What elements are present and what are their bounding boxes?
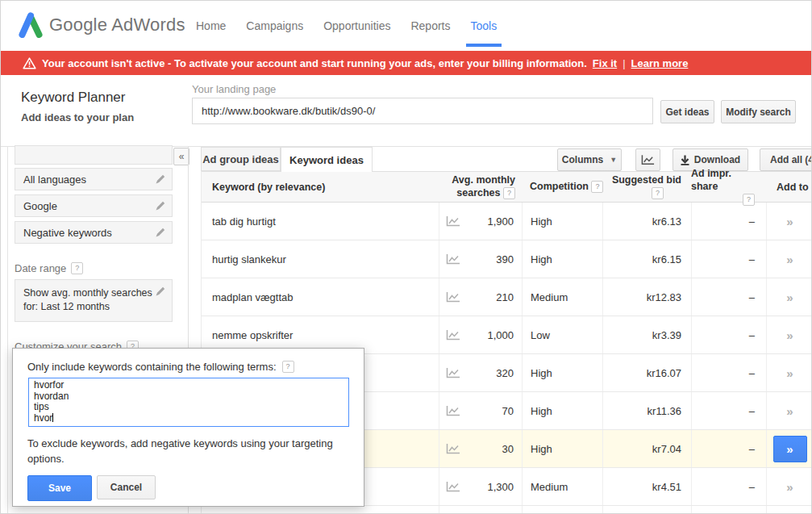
searches-cell: 30 — [439, 430, 522, 467]
competition-cell: High — [522, 240, 602, 278]
column-header-ad-impr-share[interactable]: Ad impr. share ? — [691, 168, 766, 206]
trend-chart-icon[interactable] — [446, 215, 460, 227]
cancel-button[interactable]: Cancel — [97, 475, 156, 499]
edit-pencil-icon — [156, 286, 165, 296]
ad-impr-share-cell: – — [691, 468, 766, 505]
suggested-bid-cell: kr3.39 — [602, 316, 691, 353]
trend-chart-icon[interactable] — [446, 405, 460, 416]
searches-cell: 1,900 — [439, 203, 522, 240]
ad-impr-share-cell: – — [691, 392, 766, 429]
suggested-bid-cell: kr11.36 — [602, 392, 691, 429]
collapse-panel-icon[interactable]: « — [173, 148, 189, 165]
trend-chart-icon[interactable] — [446, 253, 460, 265]
trend-chart-icon — [641, 154, 655, 165]
fix-it-link[interactable]: Fix it — [593, 57, 617, 69]
column-header-keyword[interactable]: Keyword (by relevance) — [202, 182, 439, 193]
keyword-cell: tab dig hurtigt — [202, 203, 439, 240]
trend-chart-icon[interactable] — [446, 291, 460, 303]
add-to-plan-chevrons-icon[interactable]: » — [786, 290, 793, 304]
trend-chart-icon[interactable] — [446, 443, 460, 454]
main-menu: HomeCampaignsOpportunitiesReportsTools — [193, 1, 500, 51]
searches-cell: 320 — [439, 354, 522, 391]
trend-chart-button[interactable] — [635, 148, 660, 171]
page-subtitle: Add ideas to your plan — [21, 111, 134, 123]
table-header-row: Keyword (by relevance) Avg. monthly sear… — [202, 171, 812, 203]
add-to-plan-chevrons-icon[interactable]: » — [786, 404, 793, 418]
table-row-partial — [202, 506, 812, 514]
include-terms-textarea[interactable]: hvorforhvordantipshvor — [28, 378, 349, 427]
add-to-plan-chevrons-icon[interactable]: » — [786, 328, 793, 342]
searches-cell: 1,000 — [439, 316, 522, 353]
save-button[interactable]: Save — [27, 475, 92, 501]
add-to-plan-chevrons-icon[interactable]: » — [786, 480, 793, 494]
ad-impr-share-cell: – — [691, 203, 766, 240]
targeting-box-google[interactable]: Google — [15, 194, 173, 217]
get-ideas-button[interactable]: Get ideas — [660, 100, 714, 123]
warning-triangle-icon — [23, 57, 36, 69]
add-to-plan-chevrons-icon[interactable]: » — [786, 253, 793, 266]
textarea-line: hvor — [34, 413, 344, 424]
help-question-icon[interactable]: ? — [71, 262, 83, 274]
nav-item-opportunities[interactable]: Opportunities — [320, 1, 394, 51]
column-header-add-to-plan: Add to plan — [766, 182, 812, 193]
nav-item-home[interactable]: Home — [193, 1, 229, 51]
date-range-value: Show avg. monthly searches for: Last 12 … — [23, 286, 152, 314]
modify-search-button[interactable]: Modify search — [721, 100, 796, 123]
tab-keyword-ideas[interactable]: Keyword ideas — [281, 147, 373, 172]
add-to-plan-chevrons-icon[interactable]: » — [786, 215, 793, 228]
add-all-button[interactable]: Add all (43 — [760, 148, 812, 171]
ad-impr-share-cell: – — [691, 430, 766, 467]
edit-pencil-icon — [156, 174, 165, 184]
competition-cell: High — [522, 203, 602, 240]
help-question-icon[interactable]: ? — [652, 187, 664, 199]
nav-item-campaigns[interactable]: Campaigns — [243, 1, 306, 51]
date-range-box[interactable]: Show avg. monthly searches for: Last 12 … — [15, 279, 173, 322]
add-to-plan-cell: » — [766, 430, 812, 467]
ad-impr-share-cell: – — [691, 316, 766, 353]
column-header-suggested-bid[interactable]: Suggested bid ? — [602, 174, 691, 200]
nav-item-tools[interactable]: Tools — [468, 1, 501, 51]
suggested-bid-cell: kr6.15 — [602, 240, 691, 278]
keyword-cell: hurtig slankekur — [202, 240, 439, 278]
columns-button[interactable]: Columns ▼ — [557, 148, 622, 171]
column-header-competition[interactable]: Competition ? — [522, 181, 602, 193]
landing-page-label: Your landing page — [192, 83, 276, 95]
trend-chart-icon[interactable] — [446, 367, 460, 378]
help-question-icon[interactable]: ? — [503, 187, 515, 199]
page-title: Keyword Planner — [21, 90, 125, 106]
searches-cell: 1,300 — [439, 468, 522, 505]
include-keywords-dialog: Only include keywords containing the fol… — [12, 348, 364, 507]
column-header-searches[interactable]: Avg. monthly searches ? — [439, 174, 522, 199]
targeting-box-negative-keywords[interactable]: Negative keywords — [15, 221, 173, 244]
add-to-plan-cell: » — [766, 354, 812, 391]
nav-item-reports[interactable]: Reports — [407, 1, 453, 51]
add-to-plan-cell: » — [766, 240, 812, 278]
table-row: madplan vægttab210Mediumkr12.83–» — [202, 278, 812, 316]
competition-cell: Low — [522, 316, 602, 353]
help-question-icon[interactable]: ? — [282, 361, 294, 373]
tab-ad-group-ideas[interactable]: Ad group ideas — [201, 147, 281, 171]
suggested-bid-cell: kr12.83 — [602, 278, 691, 316]
landing-page-input[interactable]: http://www.bookware.dk/butik/ds90-0/ — [192, 98, 653, 124]
competition-cell: High — [522, 354, 602, 391]
textarea-line: hvordan — [34, 391, 344, 403]
targeting-box-all-languages[interactable]: All languages — [15, 168, 173, 190]
adwords-keyword-planner-app: Google AdWords HomeCampaignsOpportunitie… — [0, 0, 812, 514]
suggested-bid-cell: kr7.04 — [602, 430, 691, 467]
text-cursor — [52, 413, 53, 422]
learn-more-link[interactable]: Learn more — [631, 57, 689, 69]
keyword-cell: madplan vægttab — [202, 278, 439, 316]
add-to-plan-chevrons-icon[interactable]: » — [773, 436, 807, 462]
add-to-plan-chevrons-icon[interactable]: » — [786, 366, 793, 380]
ad-impr-share-cell: – — [691, 354, 766, 391]
landing-page-value: http://www.bookware.dk/butik/ds90-0/ — [202, 105, 375, 117]
suggested-bid-cell: kr16.07 — [602, 354, 691, 391]
searches-cell: 210 — [439, 278, 522, 316]
table-row: hurtig slankekur390Highkr6.15–» — [202, 240, 812, 278]
date-range-label: Date range ? — [15, 262, 83, 274]
targeting-box-partial[interactable] — [15, 145, 173, 165]
competition-cell: High — [522, 430, 602, 467]
trend-chart-icon[interactable] — [446, 329, 460, 341]
competition-cell: High — [522, 392, 602, 429]
trend-chart-icon[interactable] — [446, 481, 460, 492]
